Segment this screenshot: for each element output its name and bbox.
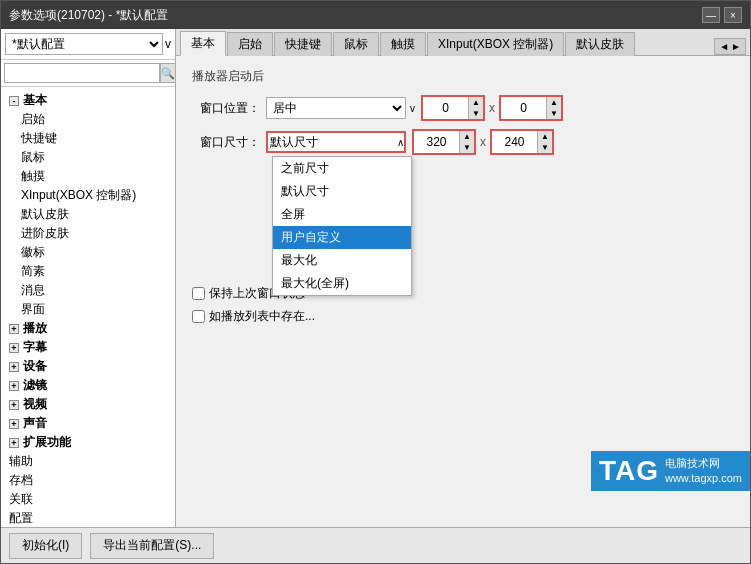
window-size-select-wrapper: ∧: [266, 131, 406, 153]
window-pos-spinner-group: ▲ ▼ x ▲ ▼: [421, 95, 563, 121]
tree-item-ext[interactable]: +扩展功能: [1, 433, 175, 452]
tree-item-video[interactable]: +视频: [1, 395, 175, 414]
dropdown-item-moren[interactable]: 默认尺寸: [273, 180, 411, 203]
sidebar: *默认配置 v 🔍 -基本 启始 快捷键 鼠标 触摸 XInput(XBOX 控…: [1, 29, 176, 527]
window-title: 参数选项(210702) - *默认配置: [9, 7, 168, 24]
main-window: 参数选项(210702) - *默认配置 — × *默认配置 v 🔍 -基本: [0, 0, 751, 564]
window-width-down[interactable]: ▼: [460, 142, 474, 153]
size-x-separator: x: [480, 135, 486, 149]
checkbox2-label: 如播放列表中存在...: [209, 308, 315, 325]
section-label: 播放器启动后: [192, 68, 734, 85]
search-input[interactable]: [4, 63, 160, 83]
window-pos-y-input[interactable]: [501, 97, 546, 119]
tree-item-msg[interactable]: 消息: [1, 281, 175, 300]
window-width-input[interactable]: [414, 131, 459, 153]
window-height-up[interactable]: ▲: [538, 131, 552, 142]
window-pos-x-spinner-btns: ▲ ▼: [468, 97, 483, 119]
tab-scroll-right-icon[interactable]: ►: [731, 41, 741, 52]
export-button[interactable]: 导出当前配置(S)...: [90, 533, 214, 559]
tab-hotkey[interactable]: 快捷键: [274, 32, 332, 56]
tree-item-simple[interactable]: 简素: [1, 262, 175, 281]
tree-item-hotkey[interactable]: 快捷键: [1, 129, 175, 148]
window-pos-y-spinner-btns: ▲ ▼: [546, 97, 561, 119]
tab-start[interactable]: 启始: [227, 32, 273, 56]
window-pos-label: 窗口位置：: [192, 100, 260, 117]
window-size-spinner-group: ▲ ▼ x ▲ ▼: [412, 129, 554, 155]
tree-item-assist[interactable]: 辅助: [1, 452, 175, 471]
tab-touch[interactable]: 触摸: [380, 32, 426, 56]
tree-item-skin-adv[interactable]: 进阶皮肤: [1, 224, 175, 243]
x-separator: x: [489, 101, 495, 115]
tree-item-device[interactable]: +设备: [1, 357, 175, 376]
tree-item-subtitle[interactable]: +字幕: [1, 338, 175, 357]
tree-item-audio[interactable]: +声音: [1, 414, 175, 433]
minimize-button[interactable]: —: [702, 7, 720, 23]
dropdown-item-zuida-quanping[interactable]: 最大化(全屏): [273, 272, 411, 295]
settings-panel: 播放器启动后 窗口位置： 居中 v ▲ ▼: [176, 56, 750, 527]
window-pos-x-input[interactable]: [423, 97, 468, 119]
tag-watermark: TAG 电脑技术网 www.tagxp.com: [591, 451, 750, 491]
tag-site-url: www.tagxp.com: [665, 471, 742, 486]
tree-item-basic[interactable]: -基本: [1, 91, 175, 110]
tree-item-skin-default[interactable]: 默认皮肤: [1, 205, 175, 224]
tag-logo-text: TAG: [599, 455, 659, 487]
tree-item-touch[interactable]: 触摸: [1, 167, 175, 186]
init-button[interactable]: 初始化(I): [9, 533, 82, 559]
dropdown-item-ziqian[interactable]: 之前尺寸: [273, 157, 411, 180]
expand-icon-ext: +: [9, 438, 19, 448]
window-size-row: 窗口尺寸： ∧ ▲ ▼ x: [192, 129, 734, 155]
window-pos-select[interactable]: 居中: [266, 97, 406, 119]
expand-icon-video: +: [9, 400, 19, 410]
dropdown-item-quanping[interactable]: 全屏: [273, 203, 411, 226]
tab-mouse[interactable]: 鼠标: [333, 32, 379, 56]
expand-icon-filter: +: [9, 381, 19, 391]
dropdown-item-yonghu[interactable]: 用户自定义: [273, 226, 411, 249]
tree: -基本 启始 快捷键 鼠标 触摸 XInput(XBOX 控制器) 默认皮肤 进…: [1, 87, 175, 527]
window-size-display[interactable]: [266, 131, 406, 153]
expand-icon-playback: +: [9, 324, 19, 334]
search-button[interactable]: 🔍: [160, 63, 176, 83]
window-pos-row: 窗口位置： 居中 v ▲ ▼ x: [192, 95, 734, 121]
tab-skin-default[interactable]: 默认皮肤: [565, 32, 635, 56]
tree-item-start[interactable]: 启始: [1, 110, 175, 129]
window-width-up[interactable]: ▲: [460, 131, 474, 142]
tab-xinput[interactable]: XInput(XBOX 控制器): [427, 32, 564, 56]
bottom-bar: 初始化(I) 导出当前配置(S)...: [1, 527, 750, 563]
window-pos-x-down[interactable]: ▼: [469, 108, 483, 119]
checkbox1[interactable]: [192, 287, 205, 300]
tab-basic[interactable]: 基本: [180, 31, 226, 56]
tree-item-filter[interactable]: +滤镜: [1, 376, 175, 395]
window-height-spinner-btns: ▲ ▼: [537, 131, 552, 153]
dropdown-item-zuida[interactable]: 最大化: [273, 249, 411, 272]
window-pos-x-up[interactable]: ▲: [469, 97, 483, 108]
window-pos-y-down[interactable]: ▼: [547, 108, 561, 119]
tree-item-archive[interactable]: 存档: [1, 471, 175, 490]
tree-item-config[interactable]: 配置: [1, 509, 175, 527]
search-box: 🔍: [1, 60, 175, 87]
tree-item-xinput[interactable]: XInput(XBOX 控制器): [1, 186, 175, 205]
window-height-input[interactable]: [492, 131, 537, 153]
window-pos-y-spinner: ▲ ▼: [499, 95, 563, 121]
tree-item-logo[interactable]: 徽标: [1, 243, 175, 262]
expand-icon-subtitle: +: [9, 343, 19, 353]
window-size-label: 窗口尺寸：: [192, 134, 260, 151]
tree-item-playback[interactable]: +播放: [1, 319, 175, 338]
close-button[interactable]: ×: [724, 7, 742, 23]
sidebar-top: *默认配置 v: [1, 29, 175, 60]
tab-scroll-buttons[interactable]: ◄ ►: [714, 38, 746, 55]
window-height-down[interactable]: ▼: [538, 142, 552, 153]
tree-item-mouse[interactable]: 鼠标: [1, 148, 175, 167]
config-select[interactable]: *默认配置: [5, 33, 163, 55]
expand-icon-basic: -: [9, 96, 19, 106]
checkbox2[interactable]: [192, 310, 205, 323]
title-bar-buttons: — ×: [702, 7, 742, 23]
content-area: 基本 启始 快捷键 鼠标 触摸 XInput(XBOX 控制器) 默认皮肤 ◄ …: [176, 29, 750, 527]
tab-scroll-left-icon[interactable]: ◄: [719, 41, 729, 52]
tree-item-assoc[interactable]: 关联: [1, 490, 175, 509]
tag-site-name: 电脑技术网: [665, 456, 742, 471]
window-pos-y-up[interactable]: ▲: [547, 97, 561, 108]
tag-right-info: 电脑技术网 www.tagxp.com: [665, 456, 742, 487]
config-dropdown-icon: v: [165, 37, 171, 51]
tree-item-ui[interactable]: 界面: [1, 300, 175, 319]
window-width-spinner-btns: ▲ ▼: [459, 131, 474, 153]
